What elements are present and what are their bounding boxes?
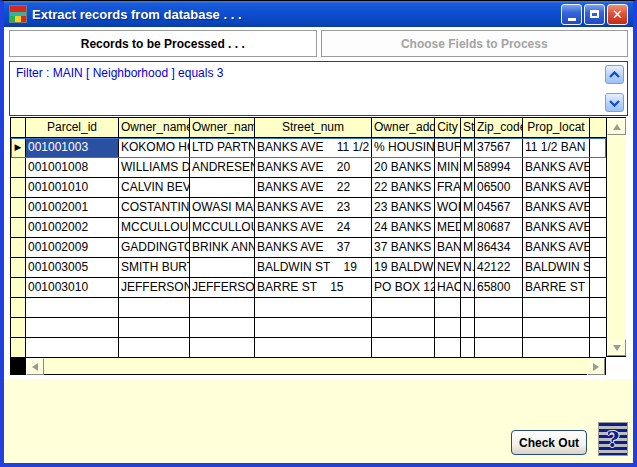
row-selector[interactable]: ▶ — [11, 138, 26, 157]
grid-cell[interactable]: 001002001 — [26, 198, 119, 217]
grid-cell[interactable] — [523, 298, 590, 317]
grid-header-cell[interactable]: City — [435, 118, 461, 137]
grid-cell[interactable] — [119, 318, 190, 337]
grid-cell[interactable]: 11 1/2 BAN — [523, 138, 590, 157]
grid-cell[interactable] — [523, 338, 590, 357]
grid-cell[interactable]: 65800 — [475, 278, 523, 297]
grid-cell[interactable]: BANKS AVE — [523, 158, 590, 177]
grid-cell[interactable]: 19 BALDWI — [372, 258, 435, 277]
grid-header-cell[interactable]: St — [461, 118, 475, 137]
grid-cell[interactable]: GADDINGTO — [119, 238, 190, 257]
grid-cell[interactable] — [475, 298, 523, 317]
grid-cell[interactable]: LTD PARTN — [190, 138, 255, 157]
grid-cell[interactable]: BAN — [435, 238, 461, 257]
grid-cell[interactable]: BANKS AVE 20 — [255, 158, 372, 177]
grid-cell[interactable]: ANDRESEN — [190, 158, 255, 177]
row-selector[interactable] — [11, 178, 26, 197]
grid-cell[interactable]: M. — [461, 178, 475, 197]
grid-cell[interactable]: FRA — [435, 178, 461, 197]
grid-cell[interactable]: MIN — [435, 158, 461, 177]
row-selector[interactable] — [11, 258, 26, 277]
grid-cell[interactable]: 58994 — [475, 158, 523, 177]
grid-cell[interactable] — [190, 318, 255, 337]
grid-cell[interactable]: 04567 — [475, 198, 523, 217]
grid-cell[interactable]: CALVIN BEVI — [119, 178, 190, 197]
grid-cell[interactable]: 24 BANKS A — [372, 218, 435, 237]
grid-cell[interactable] — [523, 318, 590, 337]
grid-cell[interactable]: JEFFERSO — [190, 278, 255, 297]
row-selector[interactable] — [11, 318, 26, 337]
row-selector[interactable] — [11, 218, 26, 237]
maximize-button[interactable] — [584, 4, 605, 25]
grid-cell[interactable] — [461, 318, 475, 337]
grid-cell[interactable]: BUF — [435, 138, 461, 157]
help-question-icon[interactable]: ? — [598, 422, 628, 456]
grid-cell[interactable]: NEW — [435, 258, 461, 277]
grid-cell[interactable]: N. — [461, 258, 475, 277]
grid-cell[interactable] — [190, 258, 255, 277]
grid-cell[interactable] — [435, 318, 461, 337]
grid-cell[interactable] — [435, 338, 461, 357]
grid-cell[interactable]: KOKOMO HO — [119, 138, 190, 157]
tab-records-to-be-processed[interactable]: Records to be Processed . . . — [9, 30, 317, 57]
grid-cell[interactable]: BALDWIN S — [523, 258, 590, 277]
row-selector[interactable] — [11, 338, 26, 357]
grid-cell[interactable] — [190, 338, 255, 357]
grid-cell[interactable]: M — [461, 158, 475, 177]
grid-cell[interactable] — [255, 298, 372, 317]
grid-cell[interactable]: 001001003 — [26, 138, 119, 157]
grid-cell[interactable]: 20 BANKS A — [372, 158, 435, 177]
grid-cell[interactable]: COSTANTINO — [119, 198, 190, 217]
grid-cell[interactable] — [119, 338, 190, 357]
grid-cell[interactable]: BANKS AVE 23 — [255, 198, 372, 217]
grid-vertical-scrollbar[interactable] — [606, 117, 626, 357]
grid-cell[interactable] — [475, 338, 523, 357]
scrollbar-thumb[interactable] — [11, 358, 26, 374]
grid-cell[interactable]: 001003005 — [26, 258, 119, 277]
grid-cell[interactable]: BANKS AVE 24 — [255, 218, 372, 237]
grid-cell[interactable]: 06500 — [475, 178, 523, 197]
grid-cell[interactable]: M. — [461, 218, 475, 237]
grid-header-cell[interactable]: Owner_nam — [190, 118, 255, 137]
grid-cell[interactable]: M — [461, 238, 475, 257]
grid-cell[interactable]: BANKS AVE 11 1/2 — [255, 138, 372, 157]
grid-cell[interactable]: JEFFERSON — [119, 278, 190, 297]
grid-cell[interactable] — [461, 298, 475, 317]
grid-cell[interactable]: BANKS AVE 22 — [255, 178, 372, 197]
tab-choose-fields-to-process[interactable]: Choose Fields to Process — [321, 30, 629, 57]
grid-cell[interactable]: BANKS AVE — [523, 218, 590, 237]
grid-cell[interactable] — [190, 298, 255, 317]
check-out-button[interactable]: Check Out — [511, 430, 587, 455]
grid-cell[interactable]: M. — [461, 138, 475, 157]
grid-cell[interactable] — [372, 298, 435, 317]
grid-cell[interactable]: 23 BANKS A — [372, 198, 435, 217]
grid-header-cell[interactable]: Zip_code — [475, 118, 523, 137]
grid-header-cell[interactable]: Owner_add — [372, 118, 435, 137]
grid-cell[interactable] — [26, 298, 119, 317]
filter-scroll-up-button[interactable] — [605, 65, 624, 84]
grid-cell[interactable]: MED — [435, 218, 461, 237]
grid-cell[interactable]: 001003010 — [26, 278, 119, 297]
row-selector[interactable] — [11, 278, 26, 297]
grid-cell[interactable]: BALDWIN ST 19 — [255, 258, 372, 277]
grid-scroll-down-button[interactable] — [607, 339, 626, 356]
grid-cell[interactable] — [26, 318, 119, 337]
grid-cell[interactable]: 37567 — [475, 138, 523, 157]
minimize-button[interactable] — [561, 4, 582, 25]
grid-cell[interactable]: N. — [461, 278, 475, 297]
grid-cell[interactable]: 001001008 — [26, 158, 119, 177]
grid-cell[interactable] — [475, 318, 523, 337]
grid-cell[interactable]: BRINK ANN — [190, 238, 255, 257]
grid-cell[interactable]: BANKS AVE — [523, 238, 590, 257]
grid-scroll-up-button[interactable] — [607, 118, 626, 135]
grid-cell[interactable] — [26, 338, 119, 357]
row-selector[interactable] — [11, 158, 26, 177]
grid-cell[interactable]: 86434 — [475, 238, 523, 257]
grid-cell[interactable]: MCCULLOU — [119, 218, 190, 237]
grid-cell[interactable]: WOI — [435, 198, 461, 217]
grid-cell[interactable]: 001002009 — [26, 238, 119, 257]
grid-cell[interactable]: PO BOX 12 — [372, 278, 435, 297]
grid-cell[interactable]: % HOUSIN — [372, 138, 435, 157]
grid-cell[interactable]: M. — [461, 198, 475, 217]
grid-header-cell[interactable]: Parcel_id — [26, 118, 119, 137]
